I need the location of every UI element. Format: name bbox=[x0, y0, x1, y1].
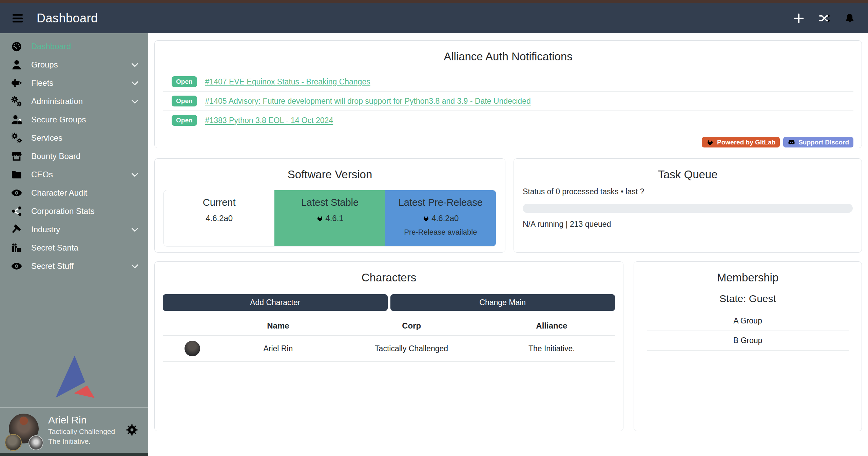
version-note: Pre-Release available bbox=[385, 228, 496, 237]
gitlab-tanuki-icon bbox=[706, 138, 714, 146]
software-version-title: Software Version bbox=[163, 168, 497, 181]
avatar-stack bbox=[7, 414, 40, 446]
sidebar-item-label: Industry bbox=[31, 225, 60, 234]
version-value: 4.6.2a0 bbox=[206, 214, 233, 223]
sidebar-item-groups[interactable]: Groups bbox=[0, 56, 148, 74]
sidebar-item-label: Administration bbox=[31, 97, 83, 106]
sidebar-item-administration[interactable]: Administration bbox=[0, 92, 148, 111]
main-content: Alliance Auth Notifications Open #1407 E… bbox=[148, 33, 868, 456]
shuffle-icon[interactable] bbox=[818, 12, 831, 24]
gitlab-tanuki-icon bbox=[422, 215, 430, 222]
column-avatar bbox=[163, 315, 221, 336]
sidebar-item-label: Corporation Stats bbox=[31, 206, 95, 216]
settings-gear-icon[interactable] bbox=[126, 424, 138, 436]
chevron-down-icon bbox=[130, 170, 139, 179]
task-queue-status: Status of 0 processed tasks • last ? bbox=[523, 187, 853, 196]
sidebar-item-industry[interactable]: Industry bbox=[0, 220, 148, 239]
sidebar-item-label: Secret Santa bbox=[31, 243, 78, 253]
sidebar-item-secret-santa[interactable]: Secret Santa bbox=[0, 239, 148, 257]
sidebar-nav: Dashboard Groups Fleets Administration S… bbox=[0, 33, 148, 275]
character-corp: Tactically Challenged bbox=[335, 336, 488, 362]
status-badge: Open bbox=[172, 76, 197, 87]
alliance-auth-logo bbox=[0, 355, 148, 399]
folder-icon bbox=[11, 169, 22, 180]
plus-icon[interactable] bbox=[793, 12, 805, 24]
user-panel: Ariel Rin Tactically Challenged The Init… bbox=[0, 408, 148, 453]
characters-actions: Add Character Change Main bbox=[163, 294, 615, 311]
gitlab-tanuki-icon bbox=[316, 215, 324, 222]
sidebar-item-services[interactable]: Services bbox=[0, 129, 148, 147]
group-item: B Group bbox=[647, 331, 849, 351]
sidebar-item-corporation-stats[interactable]: Corporation Stats bbox=[0, 202, 148, 220]
sidebar-item-secret-stuff[interactable]: Secret Stuff bbox=[0, 257, 148, 275]
sidebar-item-label: Bounty Board bbox=[31, 152, 80, 161]
task-queue-counts: N/A running | 213 queued bbox=[523, 220, 853, 229]
sidebar-item-label: Secure Groups bbox=[31, 115, 86, 124]
chevron-down-icon bbox=[130, 225, 139, 234]
change-main-button[interactable]: Change Main bbox=[390, 294, 615, 311]
characters-title: Characters bbox=[163, 271, 615, 284]
user-lock-icon bbox=[11, 114, 22, 125]
chevron-down-icon bbox=[130, 262, 139, 271]
characters-panel: Characters Add Character Change Main Nam… bbox=[154, 261, 623, 431]
version-label: Current bbox=[164, 197, 274, 208]
character-name: Ariel Rin bbox=[221, 336, 334, 362]
gifts-icon bbox=[11, 242, 22, 254]
chevron-down-icon bbox=[130, 97, 139, 106]
sidebar-item-bounty-board[interactable]: Bounty Board bbox=[0, 147, 148, 165]
user-corp: Tactically Challenged bbox=[48, 428, 115, 436]
column-alliance: Alliance bbox=[488, 315, 615, 336]
discord-badge[interactable]: Support Discord bbox=[783, 137, 853, 147]
share-icon bbox=[11, 205, 22, 217]
hammer-icon bbox=[11, 224, 22, 235]
sidebar-item-label: Groups bbox=[31, 60, 58, 70]
eye-icon bbox=[11, 187, 22, 199]
version-cell-current: Current 4.6.2a0 bbox=[164, 190, 274, 246]
sidebar-item-label: Dashboard bbox=[31, 42, 71, 51]
status-badge: Open bbox=[172, 115, 197, 126]
sidebar-item-ceos[interactable]: CEOs bbox=[0, 165, 148, 184]
sidebar-item-label: Fleets bbox=[31, 78, 53, 88]
version-label: Latest Stable bbox=[274, 197, 385, 208]
membership-panel: Membership State: Guest A Group B Group bbox=[634, 261, 862, 431]
notification-link[interactable]: #1405 Advisory: Future development will … bbox=[205, 97, 531, 106]
task-queue-panel: Task Queue Status of 0 processed tasks •… bbox=[514, 158, 862, 253]
chevron-down-icon bbox=[130, 60, 139, 70]
version-label: Latest Pre-Release bbox=[385, 197, 496, 208]
task-queue-progressbar bbox=[523, 204, 853, 213]
gitlab-badge-label: Powered by GitLab bbox=[717, 139, 775, 146]
sidebar-item-secure-groups[interactable]: Secure Groups bbox=[0, 111, 148, 129]
corp-logo bbox=[5, 434, 22, 451]
membership-groups: A Group B Group bbox=[647, 311, 849, 351]
task-queue-title: Task Queue bbox=[523, 168, 853, 181]
alliance-logo bbox=[28, 435, 43, 450]
notification-row: Open #1383 Python 3.8 EOL - 14 Oct 2024 bbox=[163, 111, 853, 130]
tachometer-icon bbox=[11, 41, 22, 52]
discord-badge-label: Support Discord bbox=[798, 139, 849, 146]
notification-link[interactable]: #1383 Python 3.8 EOL - 14 Oct 2024 bbox=[205, 116, 333, 125]
sidebar-item-character-audit[interactable]: Character Audit bbox=[0, 184, 148, 202]
user-info: Ariel Rin Tactically Challenged The Init… bbox=[48, 414, 115, 446]
sidebar-item-fleets[interactable]: Fleets bbox=[0, 74, 148, 92]
notification-row: Open #1405 Advisory: Future development … bbox=[163, 92, 853, 111]
column-corp: Corp bbox=[335, 315, 488, 336]
user-name: Ariel Rin bbox=[48, 414, 115, 426]
sidebar-item-label: Services bbox=[31, 133, 62, 143]
notification-link[interactable]: #1407 EVE Equinox Status - Breaking Chan… bbox=[205, 77, 370, 86]
discord-icon bbox=[788, 138, 795, 146]
page-title: Dashboard bbox=[37, 11, 98, 25]
bell-icon[interactable] bbox=[844, 13, 855, 24]
gitlab-badge[interactable]: Powered by GitLab bbox=[702, 137, 780, 147]
column-name: Name bbox=[221, 315, 334, 336]
sidebar-item-dashboard[interactable]: Dashboard bbox=[0, 37, 148, 56]
character-row: Ariel Rin Tactically Challenged The Init… bbox=[163, 336, 615, 362]
hamburger-menu-icon[interactable] bbox=[10, 12, 25, 25]
notifications-footer: Powered by GitLab Support Discord bbox=[163, 137, 853, 147]
add-character-button[interactable]: Add Character bbox=[163, 294, 388, 311]
shuttle-icon bbox=[11, 77, 22, 89]
group-item: A Group bbox=[647, 311, 849, 331]
version-value: 4.6.2a0 bbox=[431, 214, 459, 223]
character-alliance: The Initiative. bbox=[488, 336, 615, 362]
eye-icon bbox=[11, 260, 22, 272]
user-alliance: The Initiative. bbox=[48, 437, 115, 445]
